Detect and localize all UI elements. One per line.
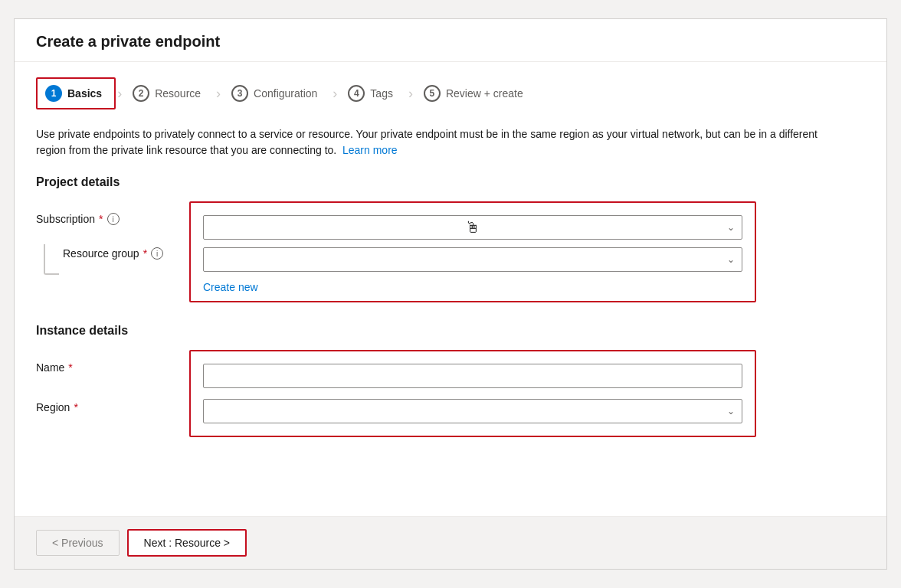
project-details-title: Project details (36, 175, 865, 189)
wizard-tabs: 1 Basics › 2 Resource › 3 Configuration … (36, 77, 865, 109)
resource-group-label: Resource group * i (63, 241, 163, 260)
resource-group-field: ⌄ (203, 247, 742, 272)
region-field: ⌄ (203, 399, 742, 423)
tab-review-label: Review + create (446, 87, 523, 100)
subscription-select-wrapper: ⌄ 🖱 (203, 215, 742, 240)
tab-sep-3: › (333, 86, 337, 102)
instance-details-box: ⌄ (189, 350, 756, 437)
title-bar: Create a private endpoint (15, 19, 886, 62)
tab-resource-label: Resource (155, 87, 201, 100)
region-select-wrapper: ⌄ (203, 399, 742, 423)
tab-configuration-label: Configuration (254, 87, 317, 100)
name-field-wrapper (203, 364, 742, 388)
subscription-label: Subscription (36, 213, 95, 225)
tab-resource[interactable]: 2 Resource (123, 77, 215, 109)
tab-sep-1: › (117, 86, 122, 102)
footer: < Previous Next : Resource > (15, 516, 886, 569)
subscription-info-icon[interactable]: i (107, 213, 120, 225)
create-private-endpoint-window: Create a private endpoint 1 Basics › 2 R… (14, 18, 887, 570)
tab-configuration-step: 3 (231, 85, 248, 102)
subscription-select[interactable] (203, 215, 742, 240)
create-new-link[interactable]: Create new (203, 281, 258, 293)
tab-sep-4: › (408, 86, 413, 102)
resource-group-select-wrapper: ⌄ (203, 247, 742, 272)
tab-configuration[interactable]: 3 Configuration (222, 77, 331, 109)
tab-tags-label: Tags (370, 87, 393, 100)
resource-group-required: * (143, 247, 147, 260)
tab-tags-step: 4 (348, 85, 365, 102)
tab-basics-label: Basics (67, 87, 102, 100)
tab-review[interactable]: 5 Review + create (414, 77, 537, 109)
previous-button[interactable]: < Previous (36, 530, 120, 556)
resource-group-info-icon[interactable]: i (151, 247, 163, 260)
instance-details-section: Instance details Name * Region * (36, 324, 865, 437)
region-label-area: Region * (36, 390, 189, 419)
tab-sep-2: › (216, 86, 221, 102)
region-required: * (74, 401, 77, 413)
tab-resource-step: 2 (133, 85, 149, 102)
next-resource-button[interactable]: Next : Resource > (127, 529, 247, 557)
project-details-box: ⌄ 🖱 ⌄ Create new (189, 201, 756, 302)
tab-basics-step: 1 (45, 85, 62, 102)
region-select[interactable] (203, 399, 742, 423)
rg-tree-connector (44, 244, 59, 275)
name-label-area: Name * (36, 350, 189, 379)
learn-more-link[interactable]: Learn more (342, 144, 398, 156)
subscription-label-area: Subscription * i (36, 201, 189, 230)
resource-group-select[interactable] (203, 247, 742, 272)
project-details-section: Project details Subscription * i Resourc… (36, 175, 865, 302)
resource-group-label-area: Resource group * i (36, 241, 189, 275)
tab-tags[interactable]: 4 Tags (339, 77, 407, 109)
instance-details-title: Instance details (36, 324, 865, 338)
tab-basics[interactable]: 1 Basics (36, 77, 116, 109)
description-text: Use private endpoints to privately conne… (36, 126, 848, 158)
subscription-field: ⌄ (203, 215, 742, 240)
tab-review-step: 5 (424, 85, 441, 102)
name-input[interactable] (203, 364, 742, 388)
main-content: 1 Basics › 2 Resource › 3 Configuration … (15, 62, 886, 516)
subscription-required: * (99, 213, 103, 225)
page-title: Create a private endpoint (36, 33, 865, 51)
name-required: * (68, 361, 72, 374)
